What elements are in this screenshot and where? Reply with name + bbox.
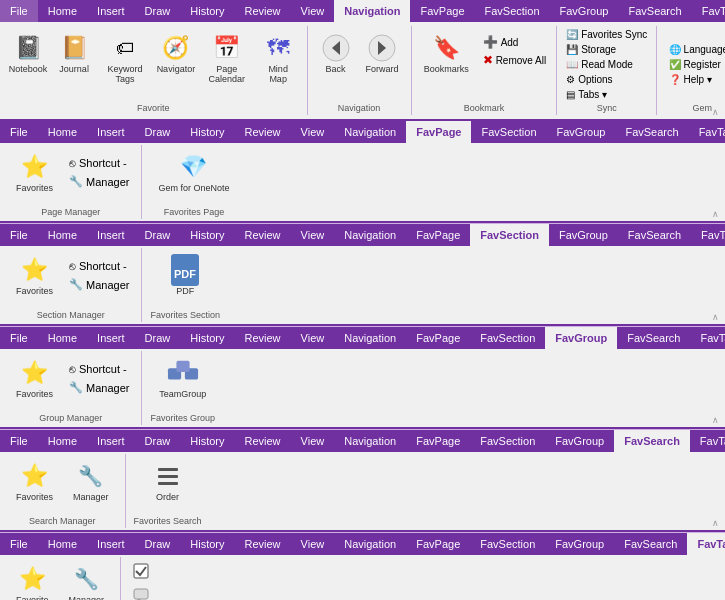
favtag-comment-button[interactable] (129, 586, 153, 600)
favgroup-collapse-button[interactable]: ∧ (712, 415, 719, 425)
favsection-manager-button[interactable]: 🔧 Manager (65, 276, 133, 293)
favsection-tab-insert[interactable]: Insert (87, 224, 135, 246)
tab-review[interactable]: Review (235, 0, 291, 22)
favgroup-manager-button[interactable]: 🔧 Manager (65, 379, 133, 396)
keyword-tags-button[interactable]: 🏷 Keyword Tags (98, 28, 152, 88)
favsearch-tab-navigation[interactable]: Navigation (334, 430, 406, 452)
tab-favtag[interactable]: FavTag (692, 0, 725, 22)
favsearch-tab-favpage[interactable]: FavPage (406, 430, 470, 452)
favsection-favorites-button[interactable]: ⭐ Favorites (8, 250, 61, 300)
storage-button[interactable]: 💾 Storage (562, 43, 651, 56)
favtag-manager-button[interactable]: 🔧 Manager (61, 559, 113, 600)
favtag-tab-favtag[interactable]: FavTag (687, 533, 725, 555)
tab-insert[interactable]: Insert (87, 0, 135, 22)
favsearch-tab-file[interactable]: File (0, 430, 38, 452)
favpage-tab-view[interactable]: View (291, 121, 335, 143)
favgroup-shortcut-button[interactable]: ⎋ Shortcut - (65, 361, 133, 377)
favsection-tab-home[interactable]: Home (38, 224, 87, 246)
favsearch-tab-draw[interactable]: Draw (135, 430, 181, 452)
favpage-tab-home[interactable]: Home (38, 121, 87, 143)
favpage-tab-review[interactable]: Review (235, 121, 291, 143)
favsearch-tab-home[interactable]: Home (38, 430, 87, 452)
favsearch-tab-history[interactable]: History (180, 430, 234, 452)
favgroup-tab-history[interactable]: History (180, 327, 234, 349)
tab-history[interactable]: History (180, 0, 234, 22)
tab-favgroup[interactable]: FavGroup (550, 0, 619, 22)
tab-home[interactable]: Home (38, 0, 87, 22)
nav-collapse-button[interactable]: ∧ (712, 107, 719, 117)
favorites-sync-button[interactable]: 🔄 Favorites Sync (562, 28, 651, 41)
favpage-tab-navigation[interactable]: Navigation (334, 121, 406, 143)
help-button[interactable]: ❓ Help ▾ (665, 73, 725, 86)
favpage-gem-onenote-button[interactable]: 💎 Gem for OneNote (150, 147, 237, 197)
favsection-tab-navigation[interactable]: Navigation (334, 224, 406, 246)
favgroup-tab-favsection[interactable]: FavSection (470, 327, 545, 349)
favgroup-tab-favpage[interactable]: FavPage (406, 327, 470, 349)
favgroup-tab-draw[interactable]: Draw (135, 327, 181, 349)
register-button[interactable]: ✅ Register (665, 58, 725, 71)
page-calendar-button[interactable]: 📅 Page Calendar (200, 28, 254, 88)
favtag-tab-insert[interactable]: Insert (87, 533, 135, 555)
favsection-tab-review[interactable]: Review (235, 224, 291, 246)
favsection-tab-favpage[interactable]: FavPage (406, 224, 470, 246)
navigator-button[interactable]: 🧭 Navigator (154, 28, 198, 88)
favpage-shortcut-button[interactable]: ⎋ Shortcut - (65, 155, 133, 171)
favtag-tab-favgroup[interactable]: FavGroup (545, 533, 614, 555)
favsearch-tab-insert[interactable]: Insert (87, 430, 135, 452)
remove-all-button[interactable]: ✖ Remove All (479, 52, 551, 68)
favgroup-tab-file[interactable]: File (0, 327, 38, 349)
favpage-tab-favpage[interactable]: FavPage (406, 121, 471, 143)
read-mode-button[interactable]: 📖 Read Mode (562, 58, 651, 71)
favtag-tab-history[interactable]: History (180, 533, 234, 555)
favgroup-favorites-button[interactable]: ⭐ Favorites (8, 353, 61, 403)
favsection-collapse-button[interactable]: ∧ (712, 312, 719, 322)
journal-button[interactable]: 📔 Journal (52, 28, 96, 88)
favpage-tab-file[interactable]: File (0, 121, 38, 143)
favsearch-order-button[interactable]: Order (144, 456, 192, 506)
tab-file[interactable]: File (0, 0, 38, 22)
favgroup-team-button[interactable]: TeamGroup (151, 353, 214, 403)
favpage-collapse-button[interactable]: ∧ (712, 209, 719, 219)
favtag-tab-draw[interactable]: Draw (135, 533, 181, 555)
favgroup-tab-review[interactable]: Review (235, 327, 291, 349)
favgroup-tab-navigation[interactable]: Navigation (334, 327, 406, 349)
favpage-favorites-button[interactable]: ⭐ Favorites (8, 147, 61, 197)
favsection-tab-draw[interactable]: Draw (135, 224, 181, 246)
favtag-tab-favsearch[interactable]: FavSearch (614, 533, 687, 555)
add-button[interactable]: ➕ Add (479, 34, 551, 50)
favsearch-tab-view[interactable]: View (291, 430, 335, 452)
favsearch-tab-favsection[interactable]: FavSection (470, 430, 545, 452)
tab-favsection[interactable]: FavSection (475, 0, 550, 22)
favgroup-tab-home[interactable]: Home (38, 327, 87, 349)
tab-view[interactable]: View (291, 0, 335, 22)
favsection-shortcut-button[interactable]: ⎋ Shortcut - (65, 258, 133, 274)
favgroup-tab-view[interactable]: View (291, 327, 335, 349)
favsearch-favorites-button[interactable]: ⭐ Favorites (8, 456, 61, 506)
favtag-tab-file[interactable]: File (0, 533, 38, 555)
favtag-tab-navigation[interactable]: Navigation (334, 533, 406, 555)
favpage-tab-favsection[interactable]: FavSection (471, 121, 546, 143)
favsearch-tab-favtag[interactable]: FavTag (690, 430, 725, 452)
favpage-tab-history[interactable]: History (180, 121, 234, 143)
favsection-tab-favsearch[interactable]: FavSearch (618, 224, 691, 246)
favsection-tab-favgroup[interactable]: FavGroup (549, 224, 618, 246)
favtag-tab-review[interactable]: Review (235, 533, 291, 555)
back-button[interactable]: Back (314, 28, 358, 78)
favsection-tab-favtag[interactable]: FavTag (691, 224, 725, 246)
favtag-tab-favpage[interactable]: FavPage (406, 533, 470, 555)
favsection-tab-file[interactable]: File (0, 224, 38, 246)
favsearch-tab-favsearch[interactable]: FavSearch (614, 430, 690, 452)
notebook-button[interactable]: 📓 Notebook (6, 28, 50, 88)
favgroup-tab-insert[interactable]: Insert (87, 327, 135, 349)
favpage-tab-draw[interactable]: Draw (135, 121, 181, 143)
favtag-favorite-button[interactable]: ⭐ Favorite (8, 559, 57, 600)
favpage-tab-insert[interactable]: Insert (87, 121, 135, 143)
forward-button[interactable]: Forward (360, 28, 405, 78)
favpage-tab-favtag[interactable]: FavTag (689, 121, 725, 143)
favsearch-manager-button[interactable]: 🔧 Manager (65, 456, 117, 506)
favtag-tab-favsection[interactable]: FavSection (470, 533, 545, 555)
favpage-manager-button[interactable]: 🔧 Manager (65, 173, 133, 190)
bookmarks-button[interactable]: 🔖 Bookmarks (418, 28, 475, 78)
favsection-tab-history[interactable]: History (180, 224, 234, 246)
favsearch-collapse-button[interactable]: ∧ (712, 518, 719, 528)
